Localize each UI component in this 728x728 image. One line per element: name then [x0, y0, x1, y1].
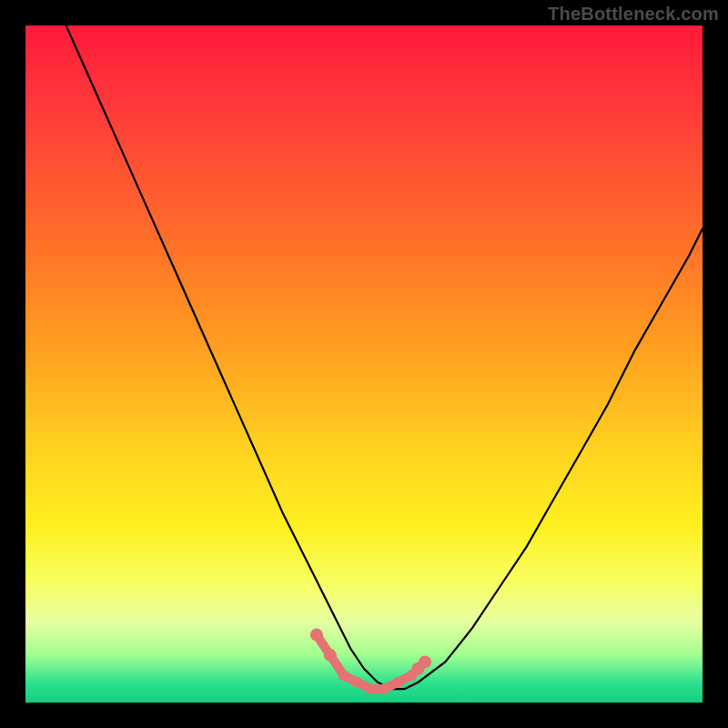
bottleneck-curve	[66, 25, 703, 689]
chart-frame: TheBottleneck.com	[0, 0, 728, 728]
optimal-marker	[339, 670, 349, 681]
optimal-marker	[365, 683, 376, 694]
optimal-marker	[324, 649, 337, 662]
curve-layer	[66, 25, 703, 689]
watermark-text: TheBottleneck.com	[548, 4, 719, 25]
optimal-marker	[392, 677, 403, 688]
optimal-marker	[310, 629, 323, 642]
optimal-segment	[317, 635, 425, 690]
optimal-marker	[379, 683, 389, 694]
optimal-marker	[352, 677, 363, 688]
optimal-marker	[419, 655, 431, 668]
chart-svg	[25, 25, 703, 703]
